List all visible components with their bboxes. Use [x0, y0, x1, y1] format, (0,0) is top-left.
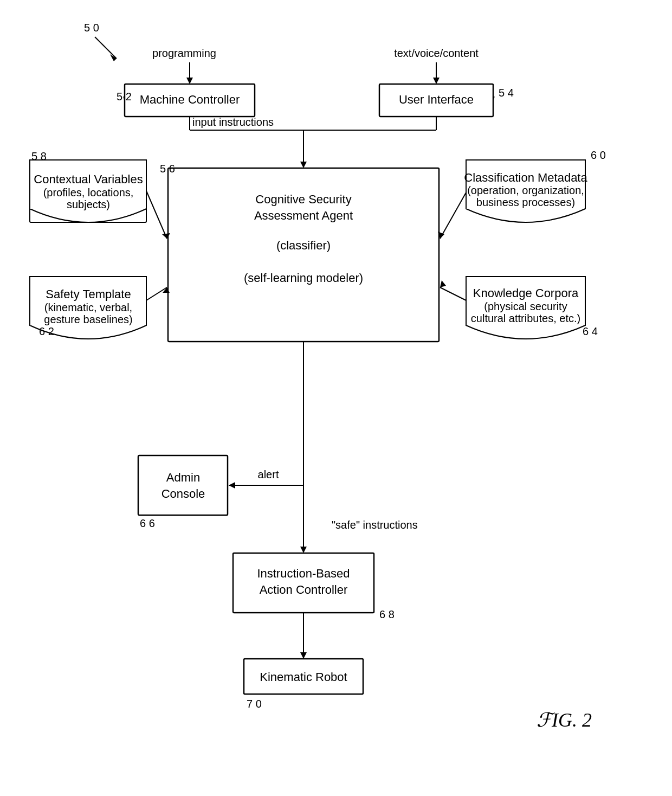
knowledge-corp-line3: cultural attributes, etc.) [471, 312, 580, 324]
ref-70: 7 0 [247, 698, 262, 710]
instruction-ctrl-line2: Action Controller [260, 583, 348, 596]
knowledge-corp-line1: Knowledge Corpora [473, 286, 579, 300]
ref-68: 6 8 [379, 608, 395, 620]
svg-marker-32 [300, 547, 307, 553]
ref-56: 5 6 [160, 163, 175, 175]
svg-marker-7 [186, 78, 193, 84]
svg-marker-35 [300, 652, 307, 659]
svg-marker-25 [440, 280, 446, 287]
ref-50: 5 0 [84, 22, 99, 34]
svg-line-20 [440, 192, 466, 239]
csaa-line4: (self-learning modeler) [244, 271, 363, 285]
csaa-line2: Assessment Agent [254, 209, 353, 222]
svg-line-18 [146, 191, 167, 239]
ref-64: 6 4 [583, 325, 598, 337]
safety-tmpl-line2: (kinematic, verbal, [44, 301, 132, 313]
knowledge-corp-line2: (physical security [484, 300, 567, 312]
user-interface-label: User Interface [399, 93, 474, 106]
ref-66: 6 6 [140, 517, 155, 529]
programming-label: programming [152, 47, 216, 59]
input-instructions-label: input instructions [192, 116, 274, 128]
contextual-var-line1: Contextual Variables [34, 172, 143, 186]
ref-62: 6 2 [39, 325, 54, 337]
svg-marker-14 [300, 162, 307, 168]
diagram-container: 5 0 Machine Controller 5 2 User Interfac… [0, 0, 672, 796]
svg-marker-9 [433, 78, 440, 84]
instruction-ctrl-line1: Instruction-Based [257, 567, 350, 580]
class-meta-line1: Classification Metadata [464, 171, 587, 184]
ref-54: 5 4 [499, 87, 514, 99]
ref-60: 6 0 [591, 149, 606, 161]
admin-console-line1: Admin [166, 471, 200, 484]
safety-tmpl-line3: gesture baselines) [44, 313, 132, 325]
figure-label: ℱIG. 2 [537, 709, 592, 731]
safe-instructions-label: "safe" instructions [332, 519, 418, 531]
svg-line-24 [440, 287, 466, 300]
svg-rect-26 [138, 455, 228, 515]
safety-tmpl-line1: Safety Template [46, 287, 131, 301]
svg-marker-29 [229, 482, 235, 489]
text-voice-label: text/voice/content [394, 47, 479, 59]
csaa-line3: (classifier) [276, 239, 331, 252]
ref-52: 5 2 [117, 91, 132, 102]
contextual-var-line3: subjects) [67, 198, 110, 210]
machine-controller-label: Machine Controller [140, 93, 240, 106]
kinematic-robot-label: Kinematic Robot [260, 670, 347, 684]
csaa-line1: Cognitive Security [255, 192, 351, 206]
ref-58: 5 8 [31, 150, 47, 162]
svg-line-0 [95, 37, 117, 59]
alert-label: alert [258, 468, 279, 480]
contextual-var-line2: (profiles, locations, [43, 187, 134, 198]
svg-line-22 [146, 287, 167, 300]
class-meta-line2: (operation, organization, [467, 184, 584, 196]
class-meta-line3: business processes) [476, 196, 575, 208]
admin-console-line2: Console [161, 487, 205, 500]
